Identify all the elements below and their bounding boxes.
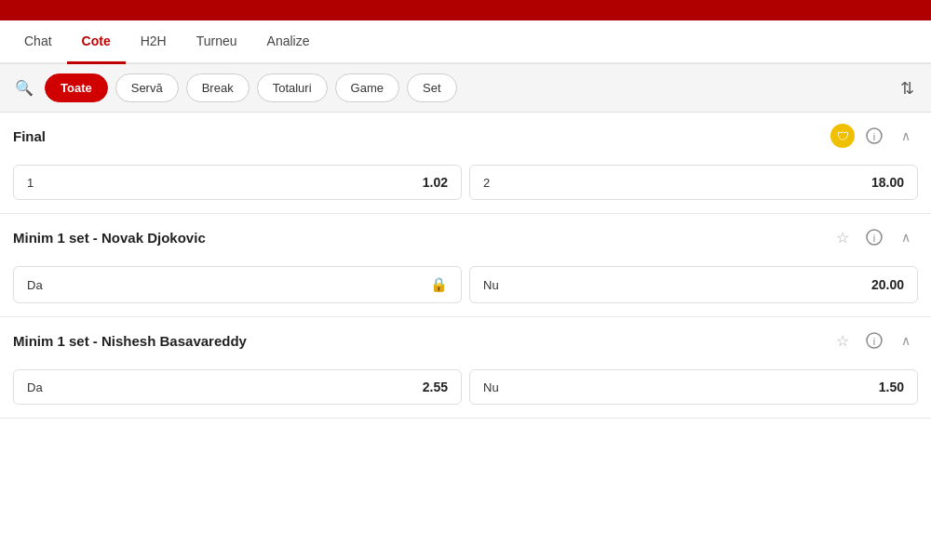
section-header-minim1set-djokovic: Minim 1 set - Novak Djokovic☆i∧: [0, 214, 931, 260]
section-minim1set-basavareddy: Minim 1 set - Nishesh Basavareddy☆i∧Da2.…: [0, 317, 931, 419]
bet-cell-0[interactable]: Da2.55: [13, 369, 462, 405]
filter-btn-set[interactable]: Set: [407, 73, 457, 102]
bet-cell-1[interactable]: 218.00: [469, 165, 918, 200]
section-title-minim1set-djokovic: Minim 1 set - Novak Djokovic: [13, 230, 206, 246]
section-final: Final🛡i∧11.02218.00: [0, 113, 931, 214]
chevron-up-icon[interactable]: ∧: [894, 124, 918, 148]
star-icon[interactable]: ☆: [830, 225, 855, 249]
section-minim1set-djokovic: Minim 1 set - Novak Djokovic☆i∧Da🔒Nu20.0…: [0, 214, 931, 317]
section-header-minim1set-basavareddy: Minim 1 set - Nishesh Basavareddy☆i∧: [0, 317, 931, 364]
bet-odd: 2.55: [423, 380, 448, 394]
bet-row-minim1set-djokovic: Da🔒Nu20.00: [0, 260, 931, 316]
filter-btn-toate[interactable]: Toate: [45, 73, 108, 102]
bet-label: Da: [27, 380, 43, 394]
chevron-up-icon[interactable]: ∧: [894, 328, 918, 353]
section-title-minim1set-basavareddy: Minim 1 set - Nishesh Basavareddy: [13, 333, 247, 349]
bet-cell-0[interactable]: Da🔒: [13, 266, 462, 303]
bet-odd: 1.50: [879, 380, 904, 394]
filter-btn-break[interactable]: Break: [186, 73, 250, 102]
sort-icon[interactable]: ⇅: [895, 74, 920, 102]
bet-row-minim1set-basavareddy: Da2.55Nu1.50: [0, 364, 931, 418]
filter-bar: 🔍 ToateServăBreakTotaluriGameSet⇅: [0, 64, 931, 113]
bet-row-final: 11.02218.00: [0, 159, 931, 213]
search-icon[interactable]: 🔍: [11, 75, 37, 101]
bet-odd: 1.02: [423, 175, 448, 190]
match-header: [0, 0, 931, 20]
tab-analize[interactable]: Analize: [252, 20, 325, 64]
bet-odd: 18.00: [871, 175, 904, 190]
filter-btn-totaluri[interactable]: Totaluri: [257, 73, 328, 102]
section-title-final: Final: [13, 128, 46, 144]
tabs-bar: ChatCoteH2HTurneuAnalize: [0, 20, 931, 64]
bet-label: Nu: [483, 380, 499, 394]
bet-label: 1: [27, 176, 34, 190]
tab-h2h[interactable]: H2H: [126, 20, 182, 64]
info-icon[interactable]: i: [862, 225, 886, 249]
bet-label: Nu: [483, 278, 499, 292]
bet-label: Da: [27, 278, 43, 292]
bet-label: 2: [483, 176, 490, 190]
bet-cell-1[interactable]: Nu20.00: [469, 266, 918, 303]
lock-icon: 🔒: [430, 276, 448, 293]
bet-odd: 20.00: [871, 277, 904, 292]
bet-cell-1[interactable]: Nu1.50: [469, 369, 918, 405]
tab-turneu[interactable]: Turneu: [182, 20, 252, 64]
star-icon[interactable]: ☆: [830, 328, 855, 353]
svg-text:i: i: [873, 233, 875, 244]
content-area: Final🛡i∧11.02218.00Minim 1 set - Novak D…: [0, 113, 931, 419]
svg-text:i: i: [873, 131, 875, 142]
filter-btn-serva[interactable]: Servă: [115, 73, 179, 102]
filter-btn-game[interactable]: Game: [335, 73, 399, 102]
info-icon[interactable]: i: [862, 124, 886, 148]
chevron-up-icon[interactable]: ∧: [894, 225, 918, 249]
shield-icon[interactable]: 🛡: [830, 124, 855, 148]
tab-chat[interactable]: Chat: [9, 20, 67, 64]
tab-cote[interactable]: Cote: [67, 20, 126, 64]
bet-cell-0[interactable]: 11.02: [13, 165, 462, 200]
section-header-final: Final🛡i∧: [0, 113, 931, 159]
info-icon[interactable]: i: [862, 328, 886, 353]
svg-text:i: i: [873, 336, 875, 347]
